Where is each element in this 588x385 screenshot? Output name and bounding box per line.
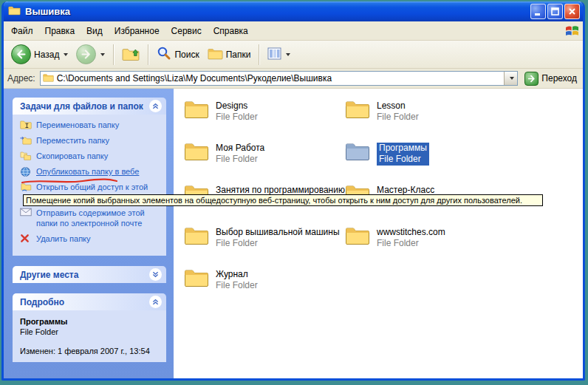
file-type: File Folder [216,280,258,291]
move-icon [20,135,32,146]
task-rename-folder[interactable]: Переименовать папку [20,120,162,130]
folder-icon [184,268,209,290]
delete-icon [20,234,32,244]
tooltip: Помещение копий выбранных элементов на о… [23,194,543,206]
go-label: Переход [541,73,577,84]
task-pane: Задачи для файлов и папок Переименовать … [4,89,174,378]
task-label: Переместить папку [36,135,109,146]
files-column-2: Lesson File Folder Программы File Folder [345,99,504,251]
views-button[interactable] [264,46,293,64]
task-move-folder[interactable]: Переместить папку [20,135,162,146]
title-bar: Вышивка [4,1,583,21]
views-caret-icon [286,53,290,56]
file-name: Designs [216,100,258,112]
go-button[interactable]: Переход [522,72,579,86]
publish-icon [20,166,32,177]
content-area: Задачи для файлов и папок Переименовать … [4,89,583,378]
back-caret-icon [64,53,68,56]
menu-file[interactable]: Файл [5,24,39,38]
window-title: Вышивка [25,6,526,17]
folders-button[interactable]: Папки [205,46,254,64]
task-publish-folder[interactable]: Опубликовать папку в вебе [20,166,162,177]
folder-icon-selected [345,141,370,164]
window-folder-icon [8,5,21,18]
forward-caret-icon [100,53,105,56]
chevron-down-icon[interactable] [149,268,162,281]
back-button[interactable]: Назад [8,43,71,66]
address-label: Адрес: [7,73,35,84]
menu-help[interactable]: Справка [208,24,254,38]
panel-file-tasks-header[interactable]: Задачи для файлов и папок [13,98,166,115]
toolbar-separator [259,44,259,65]
file-type: File Folder [216,154,264,165]
forward-button[interactable] [73,43,108,66]
explorer-window: Вышивка Файл Правка Вид Избранное Сервис… [1,1,585,381]
close-button[interactable] [564,4,580,19]
task-label: Опубликовать папку в вебе [36,166,139,177]
email-icon [20,208,32,218]
address-dropdown-button[interactable] [504,72,517,85]
menu-edit[interactable]: Правка [39,24,81,38]
file-type: File Folder [377,112,419,123]
panel-details-body: Программы File Folder Изменен: 1 февраля… [13,310,166,362]
panel-file-tasks-body: Переименовать папку Переместить папку Ск… [13,115,166,256]
folder-icon [184,141,209,164]
file-name: wwwstitches.com [377,227,445,238]
task-label: Переименовать папку [36,120,119,130]
file-name: Моя Работа [216,143,264,154]
panel-file-tasks: Задачи для файлов и папок Переименовать … [13,98,166,256]
task-delete-folder[interactable]: Удалить папку [20,234,162,244]
search-button[interactable]: Поиск [154,44,202,64]
up-icon [122,45,140,64]
toolbar-separator [148,44,148,65]
file-name: Программы [379,143,427,154]
file-tile-wwwstitches[interactable]: wwwstitches.com File Folder [345,225,504,251]
folder-icon [345,99,370,122]
menu-favorites[interactable]: Избранное [109,24,165,38]
back-icon [11,44,31,64]
chevron-up-icon[interactable] [149,296,162,308]
file-type: File Folder [216,238,340,249]
task-label: Удалить папку [36,234,91,244]
file-tile-moya-rabota[interactable]: Моя Работа File Folder [184,141,343,166]
file-tile-programmy-selected[interactable]: Программы File Folder [345,141,504,166]
folder-icon [345,225,370,248]
dropdown-caret-icon [510,77,514,80]
folder-icon [184,99,209,122]
up-button[interactable] [119,44,143,65]
tooltip-text: Помещение копий выбранных элементов на о… [26,196,522,205]
minimize-button[interactable] [530,4,546,19]
folders-label: Папки [226,50,251,60]
file-type: File Folder [216,112,258,123]
address-path: C:\Documents and Settings\Liza\My Docume… [57,73,502,84]
details-modified: Изменен: 1 февраля 2007 г., 13:54 [20,347,162,355]
menu-view[interactable]: Вид [81,24,109,38]
copy-icon [20,151,32,161]
address-input[interactable]: C:\Documents and Settings\Liza\My Docume… [40,71,519,86]
task-copy-folder[interactable]: Скопировать папку [20,151,162,161]
windows-logo-icon [564,23,580,38]
maximize-button[interactable] [547,4,563,19]
folders-icon [208,47,223,62]
panel-other-places: Другие места [13,266,166,283]
file-tile-vybor-mashiny[interactable]: Выбор вышивальной машины File Folder [184,225,343,251]
file-type: File Folder [379,154,427,165]
task-label: Скопировать папку [36,151,108,161]
task-email-folder[interactable]: Отправить содержимое этой папки по элект… [20,208,162,228]
panel-other-places-header[interactable]: Другие места [13,266,166,283]
views-icon [267,47,281,62]
file-type: File Folder [377,238,445,249]
toolbar-separator [113,44,114,65]
folder-icon [184,225,209,248]
file-tile-zhurnal[interactable]: Журнал File Folder [184,268,343,293]
panel-details-header[interactable]: Подробно [13,293,166,310]
file-list-area: Designs File Folder Моя Работа File Fold… [174,89,583,378]
panel-title: Задачи для файлов и папок [20,101,143,112]
panel-title: Другие места [20,270,78,280]
menu-tools[interactable]: Сервис [165,24,208,38]
chevron-up-icon[interactable] [149,100,162,112]
go-icon [524,72,539,86]
file-tile-designs[interactable]: Designs File Folder [184,99,343,124]
file-tile-lesson[interactable]: Lesson File Folder [345,99,504,124]
search-icon [157,46,171,63]
